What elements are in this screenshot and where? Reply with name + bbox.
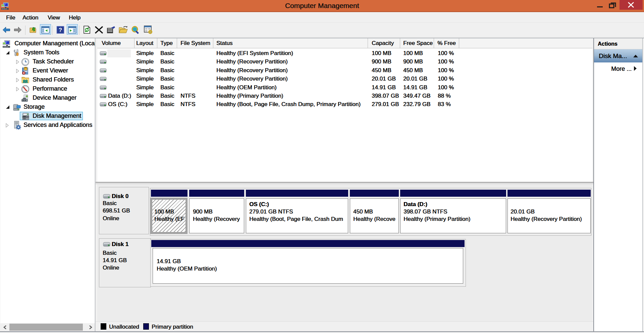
svg-text:?: ?	[59, 27, 62, 33]
